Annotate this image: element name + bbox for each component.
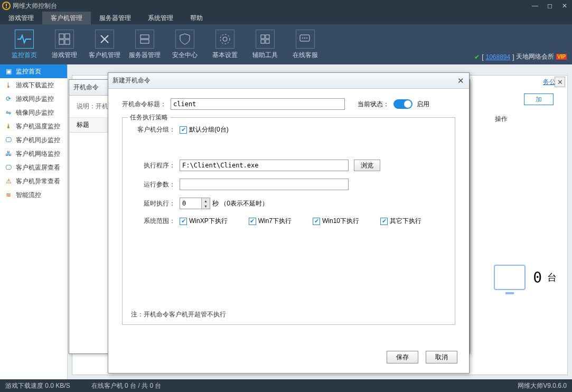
browse-button[interactable]: 浏览: [354, 160, 380, 171]
svg-rect-6: [65, 40, 70, 44]
tool-game-manage[interactable]: 游戏管理: [44, 27, 85, 61]
tool-online-service[interactable]: 在线客服: [285, 27, 325, 61]
status-version: 网维大师V9.0.6.0: [518, 381, 567, 390]
status-clients: 在线客户机 0 台 / 共 0 台: [91, 381, 162, 390]
mirror-icon: ⇋: [4, 108, 13, 117]
delay-label: 延时执行：: [131, 199, 175, 208]
menu-bar: 游戏管理 客户机管理 服务器管理 系统管理 帮助: [0, 12, 572, 24]
cards-icon: [55, 30, 74, 49]
tool-server-manage[interactable]: 服务器管理: [125, 27, 165, 61]
svg-point-17: [304, 38, 305, 39]
sidebar-item-game-sync[interactable]: ⟳游戏同步监控: [0, 92, 67, 106]
window-minimize[interactable]: —: [528, 0, 542, 12]
chat-icon: [296, 30, 315, 49]
enable-toggle[interactable]: [393, 99, 412, 109]
save-button[interactable]: 保存: [387, 351, 418, 363]
client-count: 0 台: [494, 265, 557, 290]
scope-win7[interactable]: ✔Win7下执行: [249, 217, 292, 226]
svg-rect-14: [266, 40, 269, 43]
group-label: 客户机分组：: [131, 125, 175, 134]
svg-rect-1: [6, 4, 7, 6]
param-label: 运行参数：: [131, 180, 175, 189]
svg-rect-3: [59, 34, 64, 39]
sidebar-item-client-sync[interactable]: 🖵客户机同步监控: [0, 133, 67, 147]
panel-close-button[interactable]: ✕: [555, 77, 565, 87]
status-speed: 游戏下载速度 0.0 KB/S: [5, 381, 70, 390]
app-logo-icon: [2, 2, 11, 10]
toolbar: 监控首页 游戏管理 客户机管理 服务器管理 安全中心 基本设置 辅助工具 在线客…: [0, 24, 572, 64]
delay-suffix: 秒 （0表示不延时）: [212, 199, 268, 208]
monitor-icon: 🖵: [4, 163, 13, 172]
sidebar-item-game-download[interactable]: ⭳游戏下载监控: [0, 78, 67, 92]
scope-other[interactable]: ✔其它下执行: [380, 217, 421, 226]
svg-point-16: [302, 38, 303, 39]
svg-rect-12: [266, 35, 269, 39]
tool-security[interactable]: 安全中心: [165, 27, 205, 61]
server-icon: [135, 30, 154, 49]
dialog2-title[interactable]: 新建开机命令: [108, 73, 469, 89]
add-button[interactable]: 加: [524, 94, 554, 105]
sidebar-item-client-temp[interactable]: 🌡客户机温度监控: [0, 119, 67, 133]
sidebar-item-client-network[interactable]: 🖧客户机网络监控: [0, 147, 67, 161]
delay-spinner[interactable]: ▲▼: [180, 198, 210, 209]
flow-icon: ≋: [4, 191, 13, 199]
svg-rect-4: [65, 34, 70, 39]
grid-icon: [256, 30, 275, 49]
vip-badge: VIP: [556, 54, 567, 60]
download-icon: ⭳: [4, 81, 13, 89]
menu-client[interactable]: 客户机管理: [42, 12, 91, 24]
svg-rect-7: [140, 35, 149, 39]
pulse-icon: [15, 30, 34, 49]
svg-rect-8: [140, 40, 149, 43]
menu-game[interactable]: 游戏管理: [0, 12, 42, 24]
sidebar-item-bluescreen[interactable]: 🖵客户机蓝屏查看: [0, 161, 67, 174]
delay-input[interactable]: [180, 198, 201, 209]
spin-down[interactable]: ▼: [201, 203, 210, 209]
group-default-checkbox[interactable]: ✔默认分组(0台): [180, 125, 229, 134]
status-bar: 游戏下载速度 0.0 KB/S 在线客户机 0 台 / 共 0 台 网维大师V9…: [0, 379, 572, 392]
window-title: 网维大师控制台: [13, 2, 57, 11]
menu-system[interactable]: 系统管理: [139, 12, 182, 24]
tool-monitor-home[interactable]: 监控首页: [4, 27, 44, 61]
monitor-sync-icon: 🖵: [4, 136, 13, 144]
cmdtitle-input[interactable]: [171, 98, 345, 110]
operation-header: 操作: [495, 115, 508, 124]
account-id-link[interactable]: 1068894: [485, 53, 510, 61]
window-maximize[interactable]: ◻: [542, 0, 557, 12]
warning-icon: ⚠: [4, 177, 13, 185]
status-label: 当前状态：: [358, 100, 389, 109]
tool-basic-settings[interactable]: 基本设置: [205, 27, 245, 61]
cmdtitle-label: 开机命令标题：: [122, 100, 166, 109]
menu-help[interactable]: 帮助: [182, 12, 211, 24]
scope-winxp[interactable]: ✔WinXP下执行: [180, 217, 228, 226]
task-policy-fieldset: 任务执行策略 客户机分组： ✔默认分组(0台) 执行程序： 浏览 运行参数： 延…: [122, 117, 455, 325]
scope-win10[interactable]: ✔Win10下执行: [313, 217, 359, 226]
sidebar-item-client-exception[interactable]: ⚠客户机异常查看: [0, 174, 67, 188]
sidebar-item-mirror-sync[interactable]: ⇋镜像同步监控: [0, 106, 67, 119]
svg-rect-5: [59, 40, 64, 44]
sidebar-item-smart-flow[interactable]: ≋智能流控: [0, 188, 67, 202]
tool-assist[interactable]: 辅助工具: [245, 27, 285, 61]
param-input[interactable]: [180, 179, 349, 190]
tool-client-manage[interactable]: 客户机管理: [85, 27, 125, 61]
home-icon: ▣: [4, 67, 13, 76]
monitor-big-icon: [494, 265, 526, 290]
svg-rect-2: [6, 7, 7, 8]
toolbar-status: ✔ [ 1068894 ] 天地网络会所 VIP: [474, 52, 567, 61]
account-name: 天地网络会所: [516, 52, 554, 61]
shield-icon: [175, 30, 194, 49]
exec-path-input[interactable]: [180, 160, 349, 171]
sidebar: ▣监控首页 ⭳游戏下载监控 ⟳游戏同步监控 ⇋镜像同步监控 🌡客户机温度监控 🖵…: [0, 64, 68, 379]
scope-label: 系统范围：: [131, 217, 175, 226]
svg-point-10: [220, 34, 230, 44]
sidebar-item-monitor-home[interactable]: ▣监控首页: [0, 64, 67, 78]
menu-server[interactable]: 服务器管理: [91, 12, 139, 24]
dialog2-close-button[interactable]: ✕: [455, 76, 466, 86]
title-bar: 网维大师控制台 — ◻ ✕: [0, 0, 572, 12]
spin-up[interactable]: ▲: [201, 198, 210, 203]
sync-icon: ⟳: [4, 95, 13, 103]
window-close[interactable]: ✕: [557, 0, 572, 12]
svg-point-9: [223, 37, 227, 41]
cancel-button[interactable]: 取消: [426, 351, 457, 363]
svg-rect-13: [261, 40, 265, 43]
